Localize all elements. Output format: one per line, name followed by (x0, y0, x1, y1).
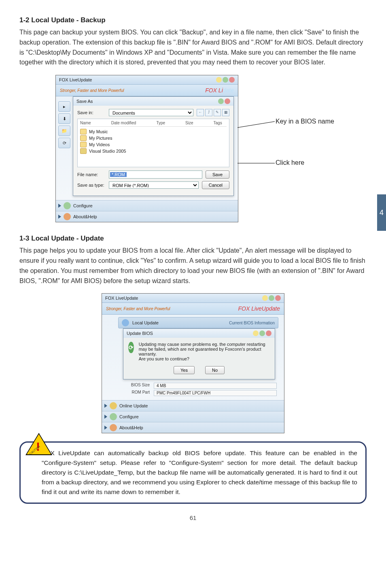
nav-label: About&Help (73, 214, 97, 219)
file-list-headers: Name Date modified Type Size Tags (80, 121, 227, 127)
info-label: BIOS Size (125, 383, 150, 389)
current-bios-label: Current BIOS Information (229, 321, 275, 325)
info-label: ROM Part (125, 390, 150, 396)
close-icon[interactable] (225, 98, 230, 104)
refresh-icon: ⟳ (128, 342, 134, 353)
annotation-click-here: Click here (276, 159, 304, 166)
screenshot-1-container: FOX LiveUpdate Stronger, Faster and More… (47, 75, 339, 222)
maximize-icon[interactable] (269, 295, 274, 301)
update-bios-dialog: Update BIOS ⟳ Updating may cause some pr… (123, 328, 275, 379)
minimize-icon[interactable] (253, 330, 259, 336)
update-warning-text: Updating may cause some problems eg. the… (139, 342, 270, 361)
section-2-title: 1-3 Local Update - Update (19, 234, 367, 243)
gear-icon (64, 202, 71, 209)
info-value: PMC Pm49FL004T LPC/FWH (154, 390, 277, 396)
page-number: 61 (19, 514, 367, 521)
strip-icon-1[interactable]: ▸ (58, 101, 70, 112)
tagline-row: Stronger, Faster and More Powerful FOX L… (56, 85, 238, 96)
file-list[interactable]: Name Date modified Type Size Tags My Mus… (77, 119, 229, 167)
chevron-right-icon (104, 426, 107, 430)
disk-icon (122, 319, 129, 326)
local-update-row[interactable]: Local Update Current BIOS Information (118, 317, 278, 328)
list-item[interactable]: My Pictures (80, 135, 227, 141)
save-button[interactable]: Save (206, 170, 229, 179)
folder-icon (80, 135, 87, 141)
brand-text: FOX LiveUpdate (238, 305, 280, 312)
folder-icon (80, 148, 87, 154)
list-item[interactable]: Visual Studio 2005 (80, 148, 227, 154)
app-titlebar: FOX LiveUpdate (102, 294, 284, 303)
tagline-text: Stronger, Faster and More Powerful (106, 307, 170, 311)
section-2-text: This page helps you to update your BIOS … (19, 246, 367, 286)
saveastype-dropdown[interactable]: ROM File (*.ROM) (109, 181, 199, 189)
nav-label: Online Update (119, 403, 148, 408)
chevron-right-icon (104, 415, 107, 419)
brand-text: FOX Lidate (205, 87, 234, 94)
minimize-icon[interactable] (216, 77, 222, 83)
save-as-title-text: Save As (76, 99, 93, 104)
caution-triangle-icon: ! CAUTION (27, 434, 48, 453)
back-icon[interactable]: ← (197, 109, 204, 116)
update-bios-title: Update BIOS (127, 331, 153, 336)
section-1-title: 1-2 Local Update - Backup (19, 16, 367, 24)
filename-value: *.ROM (110, 172, 127, 177)
no-button[interactable]: No (205, 366, 225, 374)
filename-input[interactable]: *.ROM (109, 170, 202, 179)
save-as-dialog: Save As Save in: Documents ← ⤴ (73, 96, 234, 196)
nav-about[interactable]: About&Help (56, 211, 238, 222)
folder-icon (80, 129, 87, 134)
strip-icon-2[interactable]: ⬇ (58, 113, 70, 124)
new-folder-icon[interactable]: ✎ (214, 109, 221, 116)
save-in-dropdown[interactable]: Documents (109, 109, 193, 116)
app-title: FOX LiveUpdate (105, 296, 138, 300)
nav-label: About&Help (119, 425, 143, 430)
up-icon[interactable]: ⤴ (205, 109, 212, 116)
strip-icon-3[interactable]: 📁 (58, 126, 70, 136)
save-as-titlebar: Save As (73, 97, 233, 106)
close-icon[interactable] (266, 330, 271, 336)
yes-button[interactable]: Yes (174, 366, 195, 374)
annotation-key-in: Key in a BIOS name (276, 118, 334, 125)
bios-info-grid: BIOS Size 4 MB ROM Part PMC Pm49FL004T L… (125, 383, 277, 396)
close-icon[interactable] (229, 77, 235, 83)
nav-about[interactable]: About&Help (102, 422, 284, 433)
saveastype-label: Save as type: (77, 183, 106, 187)
globe-icon (110, 402, 117, 409)
chevron-right-icon (58, 215, 61, 219)
filename-label: File name: (77, 172, 106, 177)
folder-icon (80, 142, 87, 147)
nav-online-update[interactable]: Online Update (102, 400, 284, 411)
help-icon[interactable] (218, 98, 224, 104)
maximize-icon[interactable] (259, 330, 265, 336)
list-item[interactable]: My Videos (80, 141, 227, 148)
svg-line-0 (238, 121, 275, 128)
views-icon[interactable]: ▦ (222, 109, 229, 116)
local-update-label: Local Update (132, 320, 159, 325)
maximize-icon[interactable] (223, 77, 228, 83)
help-icon (64, 213, 71, 220)
caution-text: FOX LiveUpdate can automatically backup … (19, 441, 367, 504)
nav-label: Configure (73, 203, 93, 208)
nav-configure[interactable]: Configure (56, 200, 238, 211)
cancel-button[interactable]: Cancel (202, 181, 229, 189)
toolbar-icons: ← ⤴ ✎ ▦ (197, 109, 229, 116)
help-icon (110, 424, 117, 431)
chevron-right-icon (58, 204, 61, 208)
strip-icon-4[interactable]: ⟳ (58, 138, 70, 148)
nav-label: Configure (119, 414, 139, 419)
gear-icon (110, 413, 117, 420)
app-titlebar: FOX LiveUpdate (56, 75, 238, 85)
close-icon[interactable] (275, 295, 281, 301)
chevron-right-icon (104, 404, 107, 408)
nav-configure[interactable]: Configure (102, 411, 284, 422)
caution-callout: ! CAUTION FOX LiveUpdate can automatical… (19, 441, 367, 504)
minimize-icon[interactable] (262, 295, 268, 301)
window-controls (216, 77, 235, 83)
screenshot-2: FOX LiveUpdate Stronger, Faster and More… (102, 293, 284, 433)
save-in-label: Save in: (77, 110, 106, 115)
app-title: FOX LiveUpdate (59, 77, 92, 82)
list-item[interactable]: My Music (80, 128, 227, 135)
info-value: 4 MB (154, 383, 277, 389)
left-icon-strip: ▸ ⬇ 📁 ⟳ (58, 101, 71, 148)
tagline-text: Stronger, Faster and More Powerful (60, 88, 124, 93)
